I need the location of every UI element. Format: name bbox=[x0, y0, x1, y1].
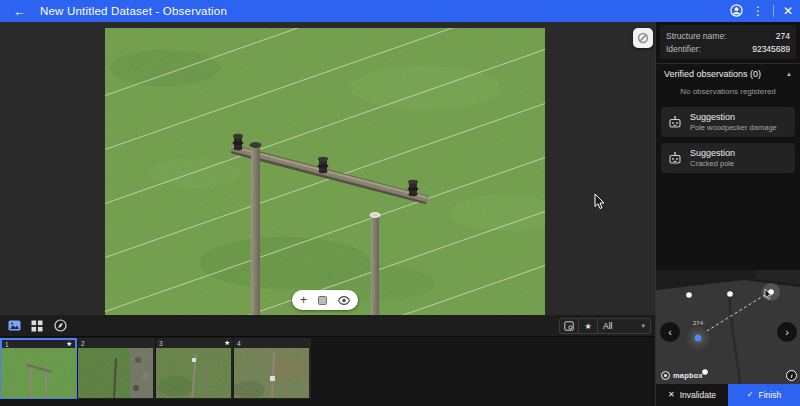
suggestion-subtitle: Cracked pole bbox=[690, 159, 735, 168]
utility-pole-photo bbox=[105, 28, 545, 315]
filmstrip-filter: ★ All ▾ bbox=[559, 318, 651, 334]
filter-dropdown-value: All bbox=[603, 321, 612, 331]
thumbnail-image bbox=[156, 348, 231, 398]
filmstrip-toolbar: ★ All ▾ bbox=[0, 315, 655, 337]
mapbox-attribution[interactable]: mapbox bbox=[661, 371, 703, 380]
filmstrip: 1 ★ 2 3 ★ bbox=[0, 337, 655, 406]
invalidate-button[interactable]: ✕ Invalidate bbox=[656, 384, 728, 406]
globe-icon bbox=[54, 319, 67, 332]
back-icon[interactable]: ← bbox=[13, 5, 26, 18]
account-icon[interactable] bbox=[730, 4, 743, 19]
mapbox-logo-icon bbox=[661, 371, 670, 380]
annotated-images-filter-button[interactable] bbox=[560, 319, 579, 333]
structure-info-card: Structure name: 274 Identifier: 92345689 bbox=[660, 25, 796, 59]
thumbnail-header: 4 bbox=[234, 338, 311, 348]
page-title: New Untitled Dataset - Observation bbox=[40, 5, 227, 17]
slashed-circle-icon bbox=[637, 32, 649, 44]
invalidate-label: Invalidate bbox=[680, 390, 716, 400]
previous-structure-button[interactable]: ‹ bbox=[660, 322, 680, 342]
suggestion-card-woodpecker[interactable]: Suggestion Pole woodpecker damage bbox=[661, 107, 795, 137]
suggestion-text: Suggestion Cracked pole bbox=[690, 148, 735, 168]
suggestion-text: Suggestion Pole woodpecker damage bbox=[690, 112, 777, 132]
x-icon: ✕ bbox=[668, 391, 675, 399]
app-bar-actions: ⋮ ✕ bbox=[730, 0, 793, 22]
image-view-button[interactable] bbox=[7, 319, 21, 333]
check-icon: ✓ bbox=[747, 391, 754, 399]
grid-view-icon bbox=[31, 320, 43, 332]
thumbnail-header: 3 ★ bbox=[156, 338, 233, 348]
thumbnail-number: 4 bbox=[237, 340, 241, 347]
view-mode-switcher bbox=[7, 319, 67, 333]
thumbnail-1[interactable]: 1 ★ bbox=[0, 338, 77, 399]
star-icon[interactable]: ★ bbox=[224, 340, 230, 347]
robot-icon bbox=[668, 151, 682, 165]
collapse-caret-icon[interactable]: ▲ bbox=[786, 71, 792, 77]
structure-name-value: 274 bbox=[776, 31, 790, 41]
starred-filter-button[interactable]: ★ bbox=[579, 319, 598, 333]
footer-actions: ✕ Invalidate ✓ Finish bbox=[656, 384, 800, 406]
suggestion-title: Suggestion bbox=[690, 148, 735, 158]
kebab-menu-icon[interactable]: ⋮ bbox=[752, 5, 764, 17]
mouse-cursor bbox=[594, 194, 605, 214]
thumbnail-number: 1 bbox=[5, 341, 9, 348]
finish-button[interactable]: ✓ Finish bbox=[728, 384, 800, 406]
thumbnail-4[interactable]: 4 bbox=[234, 338, 311, 399]
finish-label: Finish bbox=[759, 390, 782, 400]
verified-observations-section: Verified observations (0) ▲ No observati… bbox=[656, 63, 800, 104]
thumbnail-image bbox=[234, 348, 309, 398]
shape-tool-button[interactable] bbox=[318, 296, 327, 305]
structure-name-label: Structure name: bbox=[666, 31, 726, 41]
hide-annotations-button[interactable] bbox=[633, 28, 653, 48]
mapbox-wordmark: mapbox bbox=[673, 371, 703, 380]
robot-icon bbox=[668, 115, 682, 129]
visibility-button[interactable] bbox=[338, 296, 350, 305]
map-marker-label: 274 bbox=[693, 320, 704, 326]
suggestion-subtitle: Pole woodpecker damage bbox=[690, 123, 777, 132]
thumbnail-number: 2 bbox=[81, 340, 85, 347]
app-window: ← New Untitled Dataset - Observation ⋮ ✕ bbox=[0, 0, 800, 406]
structure-photo[interactable] bbox=[105, 28, 545, 315]
map-cursor-icon bbox=[764, 286, 772, 304]
image-viewer: + bbox=[0, 22, 655, 315]
verified-observations-header[interactable]: Verified observations (0) ▲ bbox=[664, 69, 792, 79]
sidebar-spacer bbox=[656, 176, 800, 270]
thumbnail-image bbox=[78, 348, 153, 398]
observation-sidebar: Structure name: 274 Identifier: 92345689… bbox=[655, 22, 800, 406]
close-icon[interactable]: ✕ bbox=[783, 5, 793, 17]
verified-observations-title: Verified observations (0) bbox=[664, 69, 761, 79]
no-observations-text: No observations registered bbox=[664, 79, 792, 102]
app-bar: ← New Untitled Dataset - Observation ⋮ ✕ bbox=[0, 0, 800, 22]
add-annotation-button[interactable]: + bbox=[300, 293, 308, 306]
eye-icon bbox=[338, 296, 350, 305]
identifier-label: Identifier: bbox=[666, 44, 701, 54]
thumbnail-3[interactable]: 3 ★ bbox=[156, 338, 233, 399]
grid-view-button[interactable] bbox=[30, 319, 44, 333]
star-icon[interactable]: ★ bbox=[66, 341, 72, 348]
suggestion-card-cracked-pole[interactable]: Suggestion Cracked pole bbox=[661, 143, 795, 173]
next-structure-button[interactable]: › bbox=[777, 322, 797, 342]
chevron-down-icon: ▾ bbox=[641, 322, 645, 330]
suggestion-title: Suggestion bbox=[690, 112, 777, 122]
filter-dropdown[interactable]: All ▾ bbox=[598, 319, 650, 333]
thumbnail-2[interactable]: 2 bbox=[78, 338, 155, 399]
thumbnail-image bbox=[1, 348, 76, 398]
viewer-toolbar: + bbox=[292, 290, 358, 310]
image-view-icon bbox=[8, 319, 21, 332]
image-filter-icon bbox=[564, 321, 574, 331]
thumbnail-number: 3 bbox=[159, 340, 163, 347]
map-view-button[interactable] bbox=[53, 319, 67, 333]
identifier-row: Identifier: 92345689 bbox=[666, 42, 790, 55]
identifier-value: 92345689 bbox=[752, 44, 790, 54]
map-info-icon[interactable]: i bbox=[786, 370, 797, 381]
mini-map[interactable]: 274 ‹ › mapbox i bbox=[656, 270, 800, 384]
app-bar-divider bbox=[773, 5, 774, 17]
thumbnail-header: 2 bbox=[78, 338, 155, 348]
structure-name-row: Structure name: 274 bbox=[666, 29, 790, 42]
